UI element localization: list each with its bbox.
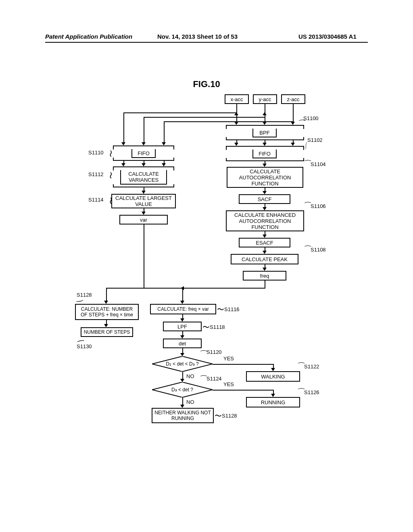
decision-d2d3: D₂ < det < D₃ ? xyxy=(152,356,213,372)
bracket-icon: ⎛ xyxy=(305,142,307,149)
header-right: US 2013/0304685 A1 xyxy=(298,33,357,40)
input-z-acc: z-acc xyxy=(281,94,305,104)
box-fxv: CALCULATE: freq × var xyxy=(150,304,216,314)
label-s1100: S1100 xyxy=(303,115,319,121)
label-no-2: NO xyxy=(186,399,194,405)
bpf-merge xyxy=(226,137,304,140)
label-s1110: S1110 xyxy=(88,150,104,156)
header-left: Patent Application Publication xyxy=(45,33,132,40)
tilde-icon: 〜 xyxy=(215,411,222,421)
box-det: det xyxy=(163,339,202,348)
tilde-icon: 〜 xyxy=(217,305,224,314)
box-autocorr: CALCULATE AUTOCORRELATION FUNCTION xyxy=(227,167,303,188)
tilde-icon: ⁀ xyxy=(298,388,304,397)
label-yes-1: YES xyxy=(223,355,234,362)
label-s1118: S1118 xyxy=(210,324,225,330)
label-s1112: S1112 xyxy=(88,171,104,177)
label-s1124: S1124 xyxy=(206,376,222,382)
label-s1130: S1130 xyxy=(77,343,92,349)
label-s1128-a: S1128 xyxy=(77,292,92,298)
box-steps: NUMBER OF STEPS xyxy=(81,327,133,337)
box-var: var xyxy=(119,215,168,224)
bracket-icon: ⎞ xyxy=(77,340,84,343)
tilde-icon: ⁀ xyxy=(305,160,311,168)
decision-d3: D₃ < det ? xyxy=(152,382,213,397)
box-fifo-right: FIFO xyxy=(252,150,277,158)
tilde-icon: 〜 xyxy=(106,150,115,157)
box-largest: CALCULATE LARGEST VALUE xyxy=(111,194,176,208)
box-neither: NEITHER WALKING NOT RUNNING xyxy=(152,408,214,423)
label-s1102: S1102 xyxy=(307,137,323,143)
box-variances: CALCULATE VARIANCES xyxy=(120,170,167,185)
box-esacf: ESACF xyxy=(239,238,290,247)
input-x-acc: x-acc xyxy=(225,94,249,104)
bracket-icon: ⎞ xyxy=(77,299,83,302)
tilde-icon: ⁀ xyxy=(305,202,311,210)
header-mid: Nov. 14, 2013 Sheet 10 of 53 xyxy=(157,33,238,40)
box-running: RUNNING xyxy=(246,397,300,407)
box-lpf: LPF xyxy=(163,322,202,331)
arrow-left-icon xyxy=(181,286,184,290)
label-s1108: S1108 xyxy=(311,247,326,253)
box-fifo-left: FIFO xyxy=(131,149,156,158)
box-calc-peak: CALCULATE PEAK xyxy=(231,254,298,264)
box-enh-autocorr: CALCULATE ENHANCED AUTOCORRELATION FUNCT… xyxy=(226,210,304,231)
label-s1104: S1104 xyxy=(311,161,326,167)
label-s1106: S1106 xyxy=(311,203,326,209)
tilde-icon: ⁀ xyxy=(298,362,304,371)
tilde-icon: 〜 xyxy=(202,322,210,332)
box-steps-calc: CALCULATE: NUMBER OF STEPS + freq × time xyxy=(75,304,139,320)
label-no-1: NO xyxy=(186,373,194,379)
fifo-left-merge xyxy=(113,158,174,161)
label-s1116: S1116 xyxy=(224,306,240,312)
label-s1114: S1114 xyxy=(88,197,104,203)
figure-title: FIG.10 xyxy=(0,79,413,89)
tilde-icon: ⁀ xyxy=(305,245,311,254)
label-s1120: S1120 xyxy=(206,349,222,355)
label-s1122: S1122 xyxy=(304,364,319,370)
input-y-acc: y-acc xyxy=(253,94,277,104)
fifo-right-merge xyxy=(226,158,304,161)
box-sacf: SACF xyxy=(239,194,290,204)
label-s1128-b: S1128 xyxy=(222,413,237,419)
var-merge xyxy=(113,184,174,187)
label-yes-2: YES xyxy=(223,381,234,387)
box-freq: freq xyxy=(243,271,286,281)
box-walking: WALKING xyxy=(246,371,300,382)
box-bpf: BPF xyxy=(252,129,277,137)
tilde-icon: 〜 xyxy=(106,172,115,179)
label-s1126: S1126 xyxy=(304,389,319,395)
